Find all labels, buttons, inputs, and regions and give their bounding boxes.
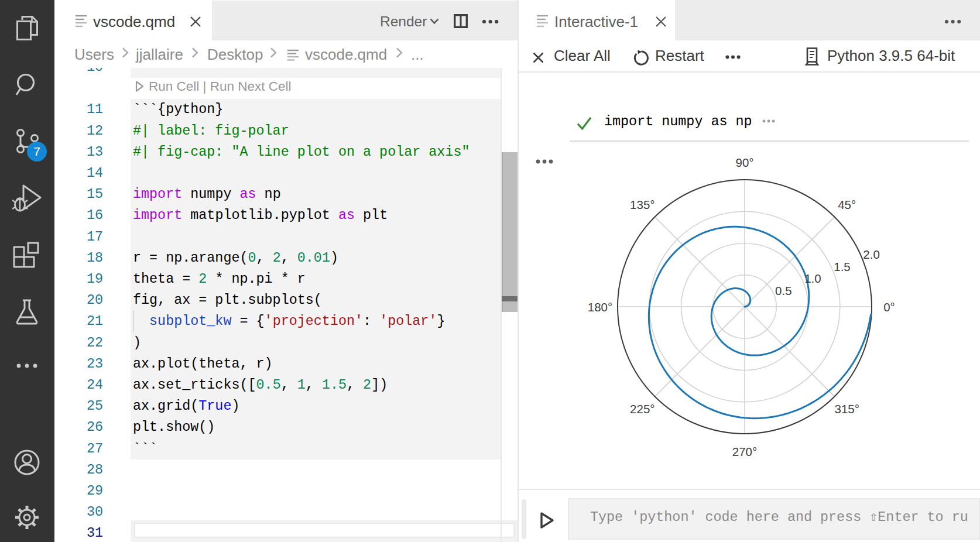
svg-text:225°: 225°: [630, 402, 655, 416]
svg-text:90°: 90°: [735, 156, 753, 169]
svg-text:315°: 315°: [834, 402, 859, 416]
svg-text:180°: 180°: [588, 300, 612, 314]
svg-text:2.0: 2.0: [863, 248, 880, 261]
svg-text:0°: 0°: [883, 300, 895, 314]
svg-text:0.5: 0.5: [775, 284, 792, 297]
svg-text:1.0: 1.0: [804, 272, 821, 285]
svg-text:1.5: 1.5: [834, 260, 851, 273]
svg-text:270°: 270°: [732, 445, 757, 458]
svg-text:135°: 135°: [630, 198, 655, 211]
svg-text:45°: 45°: [838, 198, 856, 211]
